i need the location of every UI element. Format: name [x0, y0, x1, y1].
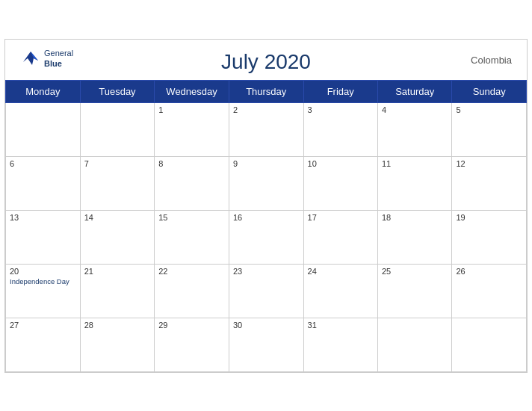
calendar-cell: 22: [155, 264, 229, 318]
day-number: 18: [382, 213, 448, 222]
calendar-container: General Blue July 2020 Colombia Monday T…: [4, 39, 528, 373]
day-number: 30: [233, 321, 300, 330]
week-row-1: 12345: [6, 102, 527, 156]
day-number: 6: [10, 159, 76, 168]
day-number: 20: [10, 267, 76, 276]
day-number: 12: [456, 159, 522, 168]
day-number: 1: [158, 105, 225, 114]
calendar-cell: 17: [303, 210, 377, 264]
calendar-cell: [80, 102, 155, 156]
calendar-cell: 8: [155, 156, 229, 210]
weekday-header-row: Monday Tuesday Wednesday Thursday Friday…: [6, 80, 527, 102]
day-number: 17: [308, 213, 374, 222]
day-number: 23: [233, 267, 300, 276]
calendar-cell: 15: [155, 210, 229, 264]
day-number: 26: [456, 267, 522, 276]
logo: General Blue: [20, 49, 73, 69]
day-number: 24: [308, 267, 374, 276]
day-number: 22: [158, 267, 225, 276]
day-number: 2: [233, 105, 300, 114]
calendar-cell: 1: [155, 102, 229, 156]
day-number: 5: [456, 105, 522, 114]
country-name: Colombia: [471, 54, 512, 65]
calendar-cell: 23: [229, 264, 303, 318]
calendar-cell: 27: [6, 318, 81, 371]
calendar-cell: 25: [377, 264, 452, 318]
day-number: 8: [158, 159, 225, 168]
day-number: 10: [308, 159, 374, 168]
header-wednesday: Wednesday: [155, 80, 229, 102]
week-row-5: 2728293031: [6, 318, 527, 371]
day-number: 7: [84, 159, 151, 168]
calendar-cell: 29: [155, 318, 229, 371]
calendar-cell: 20Independence Day: [6, 264, 81, 318]
calendar-cell: 3: [303, 102, 377, 156]
logo-text: General Blue: [44, 49, 73, 68]
calendar-cell: 19: [452, 210, 527, 264]
day-number: 19: [456, 213, 522, 222]
calendar-cell: 6: [6, 156, 81, 210]
day-number: 14: [84, 213, 151, 222]
header-thursday: Thursday: [229, 80, 303, 102]
calendar-cell: 21: [80, 264, 155, 318]
day-number: 28: [84, 321, 151, 330]
header-monday: Monday: [6, 80, 81, 102]
week-row-3: 13141516171819: [6, 210, 527, 264]
calendar-cell: 16: [229, 210, 303, 264]
calendar-cell: 4: [377, 102, 452, 156]
calendar-cell: 9: [229, 156, 303, 210]
day-number: 15: [158, 213, 225, 222]
calendar-cell: 12: [452, 156, 527, 210]
header-friday: Friday: [303, 80, 377, 102]
calendar-cell: 26: [452, 264, 527, 318]
day-number: 27: [10, 321, 76, 330]
calendar-body: 1234567891011121314151617181920Independe…: [6, 102, 527, 371]
day-number: 31: [308, 321, 374, 330]
calendar-cell: 2: [229, 102, 303, 156]
calendar-cell: 18: [377, 210, 452, 264]
calendar-cell: 5: [452, 102, 527, 156]
header-sunday: Sunday: [452, 80, 527, 102]
calendar-title: July 2020: [221, 50, 311, 74]
day-number: 21: [84, 267, 151, 276]
day-number: 25: [382, 267, 448, 276]
day-number: 11: [382, 159, 448, 168]
logo-blue: Blue: [44, 59, 73, 69]
calendar-cell: 24: [303, 264, 377, 318]
day-number: 16: [233, 213, 300, 222]
calendar-cell: 13: [6, 210, 81, 264]
calendar-cell: 31: [303, 318, 377, 371]
day-number: 13: [10, 213, 76, 222]
header-tuesday: Tuesday: [80, 80, 155, 102]
calendar-grid: Monday Tuesday Wednesday Thursday Friday…: [5, 80, 527, 372]
calendar-cell: 30: [229, 318, 303, 371]
logo-general: General: [44, 49, 73, 58]
logo-icon: [20, 49, 41, 69]
calendar-cell: 14: [80, 210, 155, 264]
calendar-cell: [377, 318, 452, 371]
day-number: 4: [382, 105, 448, 114]
day-number: 3: [308, 105, 374, 114]
day-number: 29: [158, 321, 225, 330]
calendar-header: General Blue July 2020 Colombia: [5, 40, 527, 80]
calendar-cell: 28: [80, 318, 155, 371]
calendar-cell: 11: [377, 156, 452, 210]
day-number: 9: [233, 159, 300, 168]
calendar-cell: 10: [303, 156, 377, 210]
calendar-cell: 7: [80, 156, 155, 210]
calendar-cell: [452, 318, 527, 371]
calendar-cell: [6, 102, 81, 156]
header-saturday: Saturday: [377, 80, 452, 102]
week-row-4: 20Independence Day212223242526: [6, 264, 527, 318]
holiday-label: Independence Day: [10, 277, 76, 285]
week-row-2: 6789101112: [6, 156, 527, 210]
